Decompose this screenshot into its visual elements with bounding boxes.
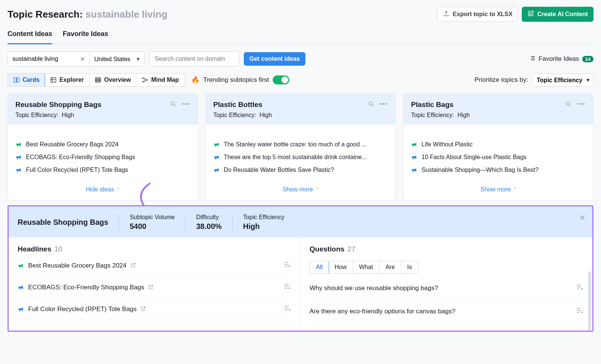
add-to-list-icon[interactable]: [284, 283, 291, 292]
card-efficiency: Topic Efficiency: High: [15, 112, 190, 119]
svg-point-11: [566, 102, 570, 105]
external-link-icon[interactable]: [148, 284, 154, 291]
location-select[interactable]: United States: [89, 52, 144, 66]
svg-rect-4: [96, 80, 101, 81]
list-icon: [529, 55, 536, 63]
svg-point-6: [143, 78, 144, 79]
trending-label: Trending subtopics first: [203, 76, 269, 84]
question-filter-how[interactable]: How: [329, 261, 353, 273]
metric-label: Difficulty: [196, 214, 222, 221]
view-cards-button[interactable]: Cards: [8, 73, 45, 87]
topic-card: Plastic Bottles•••Topic Efficiency: High…: [205, 93, 396, 201]
add-to-list-icon[interactable]: [284, 304, 291, 314]
more-icon[interactable]: •••: [182, 101, 190, 108]
question-filter-what[interactable]: What: [353, 261, 379, 273]
add-to-list-icon[interactable]: [284, 261, 291, 270]
card-title: Plastic Bottles: [213, 101, 263, 109]
title-prefix: Topic Research:: [8, 9, 83, 20]
metric-value: 5400: [130, 222, 175, 231]
question-filter-are[interactable]: Are: [379, 261, 401, 273]
card-title: Reusable Shopping Bags: [15, 101, 101, 109]
idea-item[interactable]: Full Color Recycled (RPET) Tote Bags: [15, 164, 190, 176]
table-icon: [50, 77, 57, 83]
scrollbar[interactable]: [588, 271, 591, 331]
bullhorn-icon: [18, 284, 24, 291]
headline-row[interactable]: Best Reusable Grocery Bags 2024: [18, 255, 291, 277]
question-row[interactable]: Are there any eco-friendly options for c…: [310, 300, 583, 323]
idea-item[interactable]: These are the top 5 most sustainable dri…: [213, 151, 388, 164]
external-link-icon[interactable]: [140, 306, 146, 313]
close-icon[interactable]: ✕: [579, 213, 586, 222]
topic-card: Reusable Shopping Bags•••Topic Efficienc…: [8, 93, 198, 201]
favorite-ideas-link[interactable]: Favorite Ideas 14: [529, 55, 593, 63]
idea-item[interactable]: The Stanley water bottle craze: too much…: [213, 138, 388, 151]
cards-icon: [13, 77, 20, 83]
question-row[interactable]: Why should we use reusable shopping bags…: [310, 277, 583, 300]
idea-item[interactable]: 10 Facts About Single-use Plastic Bags: [411, 151, 586, 164]
prioritize-select[interactable]: Topic Efficiency: [532, 74, 593, 87]
bullhorn-icon: [411, 154, 418, 161]
svg-rect-2: [51, 78, 56, 82]
tab-content-ideas[interactable]: Content Ideas: [8, 26, 52, 44]
svg-rect-1: [17, 78, 19, 82]
flame-icon: 🔥: [191, 76, 199, 84]
card-toggle-link[interactable]: Hide ideas ˄: [86, 186, 119, 193]
search-icon[interactable]: [170, 101, 177, 108]
view-overview-button[interactable]: Overview: [89, 74, 136, 86]
questions-count: 27: [347, 245, 355, 253]
bullhorn-icon: [411, 167, 418, 173]
headline-row[interactable]: Full Color Recycled (RPET) Tote Bags: [18, 298, 291, 320]
page-title: Topic Research: sustainable living: [8, 9, 168, 20]
view-mindmap-button[interactable]: Mind Map: [136, 74, 184, 86]
external-link-icon[interactable]: [130, 262, 136, 269]
upload-icon: [443, 10, 450, 18]
idea-item[interactable]: ECOBAGS: Eco-Friendly Shopping Bags: [15, 151, 190, 164]
headline-row[interactable]: ECOBAGS: Eco-Friendly Shopping Bags: [18, 277, 291, 298]
view-explorer-button[interactable]: Explorer: [45, 74, 89, 86]
question-filter-is[interactable]: Is: [401, 261, 418, 273]
card-toggle-link[interactable]: Show more ˅: [480, 186, 516, 193]
bullhorn-icon: [18, 262, 24, 269]
edit-icon: [527, 10, 534, 18]
bullhorn-icon: [213, 141, 220, 148]
bullhorn-icon: [15, 141, 22, 148]
search-icon[interactable]: [565, 101, 572, 108]
idea-item[interactable]: Sustainable Shopping—Which Bag Is Best?: [411, 164, 586, 176]
svg-point-8: [146, 80, 148, 81]
add-to-list-icon[interactable]: [576, 307, 583, 316]
overview-icon: [95, 77, 101, 83]
get-content-ideas-button[interactable]: Get content ideas: [244, 52, 305, 66]
card-efficiency: Topic Efficiency: High: [411, 112, 586, 119]
idea-item[interactable]: Life Without Plastic: [411, 138, 586, 151]
more-icon[interactable]: •••: [380, 101, 388, 108]
favorite-count-badge: 14: [582, 56, 593, 62]
metric-label: Topic Efficiency: [243, 214, 284, 221]
topic-input[interactable]: [8, 52, 76, 66]
metric-label: Subtopic Volume: [130, 214, 175, 221]
bullhorn-icon: [15, 154, 22, 161]
metric-value: 38.00%: [196, 222, 222, 231]
add-to-list-icon[interactable]: [576, 283, 583, 293]
svg-rect-3: [96, 78, 101, 79]
idea-item[interactable]: Best Reusable Grocery Bags 2024: [15, 138, 190, 151]
trending-toggle[interactable]: [273, 75, 289, 84]
question-filter-segment: AllHowWhatAreIs: [310, 261, 418, 274]
card-toggle-link[interactable]: Show more ˅: [282, 186, 318, 193]
idea-item[interactable]: Do Reusable Water Bottles Save Plastic?: [213, 164, 388, 176]
tab-favorite-ideas[interactable]: Favorite Ideas: [63, 26, 108, 44]
bullhorn-icon: [213, 167, 220, 173]
create-ai-content-button[interactable]: Create AI Content: [522, 7, 593, 22]
headlines-heading: Headlines: [18, 245, 51, 253]
more-icon[interactable]: •••: [577, 101, 586, 108]
svg-point-9: [171, 102, 174, 105]
topic-location-input: ✕ United States: [8, 51, 145, 66]
detail-title: Reusable Shopping Bags: [18, 218, 119, 227]
clear-topic-icon[interactable]: ✕: [76, 56, 89, 63]
card-efficiency: Topic Efficiency: High: [213, 112, 388, 119]
export-xlsx-button[interactable]: Export topic to XLSX: [437, 7, 518, 22]
search-icon[interactable]: [368, 101, 374, 108]
domain-search-input[interactable]: [149, 51, 239, 66]
question-filter-all[interactable]: All: [310, 261, 329, 274]
metric-value: High: [243, 222, 284, 231]
bullhorn-icon: [411, 141, 418, 148]
